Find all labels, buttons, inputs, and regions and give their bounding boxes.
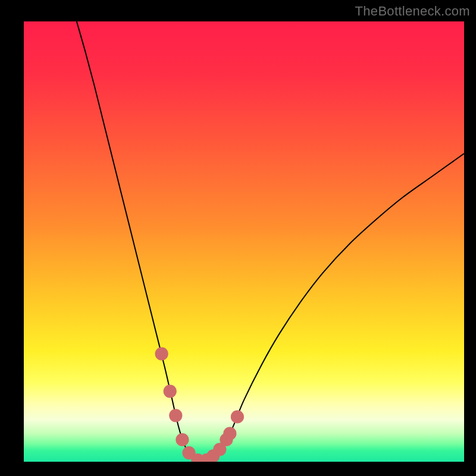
watermark: TheBottleneck.com [355,4,470,19]
highlight-marker [223,427,236,440]
bottleneck-curve [77,21,464,461]
highlight-marker [176,433,189,446]
highlight-marker [164,385,177,398]
plot-area [24,21,464,462]
highlight-marker [169,409,182,422]
curve-layer [24,21,464,462]
highlight-marker [155,347,168,361]
chart-frame: TheBottleneck.com [0,0,476,476]
highlight-marker [231,410,244,423]
